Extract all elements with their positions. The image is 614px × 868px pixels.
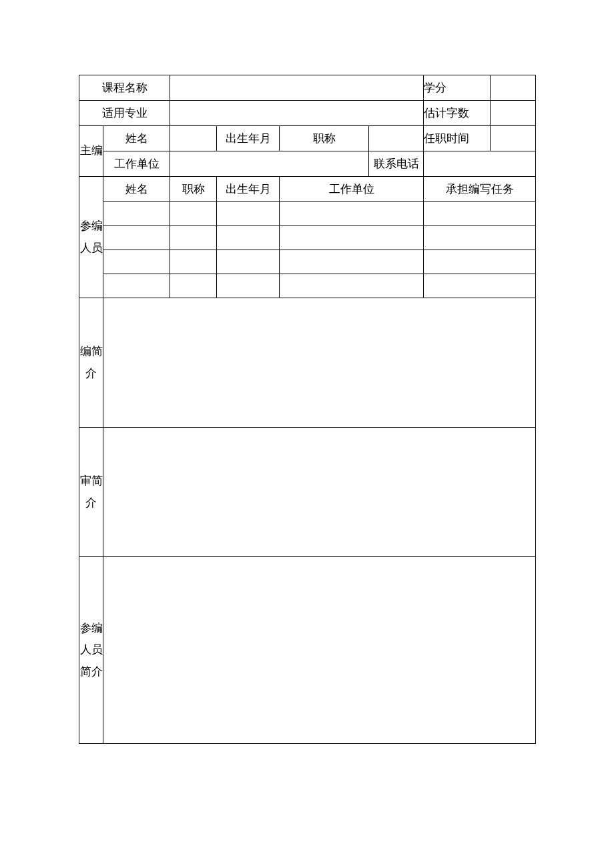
col-name: 姓名	[103, 177, 170, 202]
contributor-row	[79, 274, 536, 298]
contributor-row	[79, 226, 536, 250]
label-chief-name: 姓名	[103, 126, 170, 151]
value-chief-name	[170, 126, 217, 151]
label-chief-contact: 联系电话	[369, 151, 424, 177]
form-table: 课程名称 学分 适用专业 估计字数 主编 姓名 出生年月 职称 任职时间 工作单…	[79, 75, 536, 744]
value-reviewer-bio	[103, 428, 536, 557]
label-word-count: 估计字数	[424, 101, 491, 126]
value-chief-workunit	[170, 151, 369, 177]
label-chief-title: 职称	[280, 126, 369, 151]
value-chief-title	[369, 126, 424, 151]
label-chief-workunit: 工作单位	[103, 151, 170, 177]
label-contributors-bio: 参编人员简介	[79, 557, 103, 744]
value-editor-bio	[103, 298, 536, 428]
col-task: 承担编写任务	[424, 177, 536, 202]
value-course-name	[170, 75, 424, 101]
label-editor-bio: 编简介	[79, 298, 103, 428]
label-course-name: 课程名称	[79, 75, 170, 101]
value-word-count	[491, 101, 536, 126]
label-major: 适用专业	[79, 101, 170, 126]
label-chief-editor: 主编	[79, 126, 103, 177]
value-credits	[491, 75, 536, 101]
value-chief-contact	[424, 151, 536, 177]
col-birth: 出生年月	[217, 177, 280, 202]
col-title: 职称	[170, 177, 217, 202]
value-chief-tenure	[491, 126, 536, 151]
label-reviewer-bio: 审简介	[79, 428, 103, 557]
contributor-row	[79, 202, 536, 226]
contributor-row	[79, 250, 536, 274]
value-contributors-bio	[103, 557, 536, 744]
value-major	[170, 101, 424, 126]
col-workunit: 工作单位	[280, 177, 424, 202]
label-credits: 学分	[424, 75, 491, 101]
label-tenure-time: 任职时间	[424, 126, 491, 151]
label-chief-birth: 出生年月	[217, 126, 280, 151]
label-contributors: 参编人员	[79, 177, 103, 298]
